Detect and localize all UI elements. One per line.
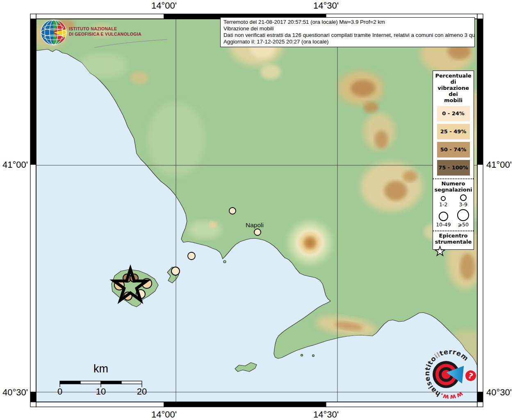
legend-percent-title: Percentuale: [433, 73, 474, 79]
legend-size-50plus: ⩾50: [454, 209, 473, 228]
report-marker: [229, 208, 236, 214]
lon-label-bottom-left: 14°00': [151, 409, 177, 420]
report-marker: [188, 252, 195, 260]
ingv-globe-icon: [41, 20, 66, 45]
legend-size-3-9: 3-9: [454, 194, 473, 208]
lon-label-top-left: 14°00': [151, 0, 177, 11]
ingv-name-line1: ISTITUTO NAZIONALE: [69, 26, 141, 32]
lon-label-top-right: 14°30': [313, 0, 339, 11]
title-line-note: Dati non verificati estratti da 126 ques…: [223, 32, 472, 39]
vesuvius-peak: [289, 221, 331, 264]
city-label-napoli: Napoli: [246, 221, 264, 229]
legend-size-1-2: 1-2: [434, 196, 453, 208]
ingv-name-line2: DI GEOFISICA E VULCANOLOGIA: [69, 32, 141, 37]
scale-tick-20: 20: [137, 386, 147, 397]
title-line-updated: Aggiornato il: 17-12-2025 20:27 (ora loc…: [223, 39, 472, 45]
lat-label-left-bottom: 40°30': [1, 387, 28, 398]
scale-tick-10: 10: [96, 386, 106, 397]
scale-unit-label: km: [93, 363, 108, 375]
size-circle-small-icon: [441, 196, 446, 201]
lat-label-right-bottom: 40°30': [486, 387, 512, 398]
size-circle-medium-icon: [460, 194, 467, 201]
ingv-logo-text: ISTITUTO NAZIONALE DI GEOFISICA E VULCAN…: [69, 26, 141, 37]
report-marker: [171, 267, 180, 275]
legend-panel: Percentuale di vibrazione dei mobili 0 -…: [433, 71, 474, 250]
legend-swatch-75-100: 75 - 100%: [437, 160, 470, 176]
lon-label-bottom-right: 14°30': [313, 409, 339, 420]
legend-swatch-50-74: 50 - 74%: [437, 142, 470, 158]
legend-swatch-25-49: 25 - 49%: [437, 124, 470, 139]
lat-label-right-top: 41°00': [486, 160, 512, 170]
scale-tick-0: 0: [57, 386, 62, 397]
lat-label-left-top: 41°00': [1, 160, 28, 170]
legend-count-title: Numero: [433, 180, 474, 187]
size-circle-xlarge-icon: [457, 209, 469, 221]
report-marker: [254, 229, 261, 235]
islet: [312, 355, 314, 357]
legend-swatch-0-24: 0 - 24%: [437, 106, 470, 121]
title-box: Terremoto del 21-08-2017 20:57:51 (ora l…: [220, 17, 475, 47]
legend-epicenter-title: Epicentro: [433, 233, 474, 239]
size-circle-large-icon: [439, 212, 448, 221]
legend-size-10-49: 10-49: [434, 212, 453, 228]
islet: [223, 260, 226, 263]
islet: [301, 354, 303, 356]
title-line-type: Vibrazione dei mobili: [223, 25, 472, 32]
title-line-event: Terremoto del 21-08-2017 20:57:51 (ora l…: [223, 19, 472, 25]
legend-star-icon: [433, 246, 447, 258]
